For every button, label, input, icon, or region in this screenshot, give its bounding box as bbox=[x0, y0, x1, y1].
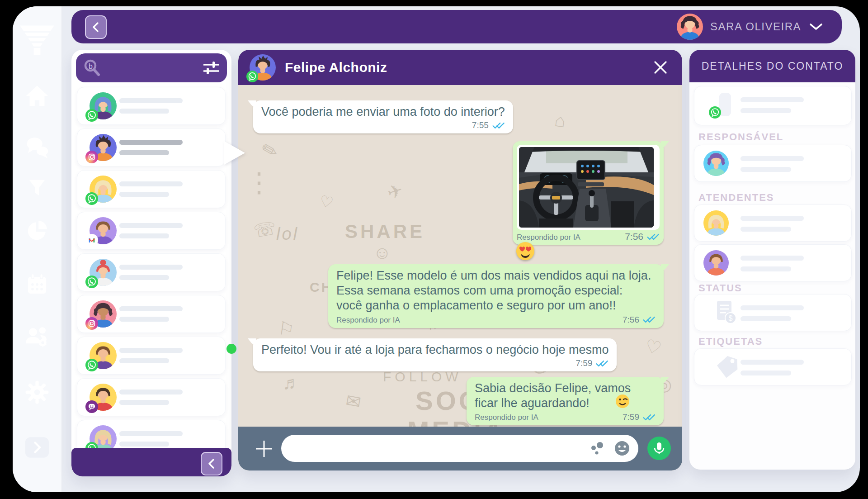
wallpaper-doodle: ☺ bbox=[373, 242, 392, 263]
selected-chat-arrow bbox=[224, 141, 245, 165]
conversation-header: Felipe Alchoniz bbox=[238, 50, 682, 85]
message-text: Você poderia me enviar uma foto do inter… bbox=[261, 105, 505, 119]
chat-time: 24m bbox=[200, 190, 217, 200]
chat-list-item[interactable] bbox=[77, 128, 226, 166]
message-time: 7:56 bbox=[625, 231, 643, 242]
chat-preview-line bbox=[119, 275, 169, 280]
chat-preview-line bbox=[119, 265, 183, 270]
ai-answered-label: Respondido por IA bbox=[336, 316, 400, 325]
section-label-responsavel: RESPONSÁVEL bbox=[698, 131, 783, 143]
chat-preview-line bbox=[119, 150, 169, 155]
wallpaper-doodle: ⌂ bbox=[553, 110, 567, 132]
back-button[interactable] bbox=[85, 15, 107, 39]
top-bar: SARA OLIVEIRA bbox=[71, 10, 842, 43]
channel-badge-icon bbox=[85, 317, 98, 330]
attach-plus-icon[interactable] bbox=[255, 439, 274, 460]
message-incoming: Você poderia me enviar uma foto do inter… bbox=[253, 100, 513, 133]
filter-tune-icon[interactable] bbox=[203, 61, 220, 77]
wallpaper-doodle: ♡ bbox=[318, 191, 335, 212]
chat-preview-line bbox=[119, 233, 169, 238]
chat-time: 16m bbox=[200, 274, 217, 284]
read-receipt-icon bbox=[643, 413, 656, 421]
wallpaper-doodle: ⋮ bbox=[245, 166, 273, 198]
chat-list-item[interactable]: 11m bbox=[77, 295, 226, 333]
quick-actions-dots-icon[interactable] bbox=[590, 441, 605, 458]
brand-logo-icon bbox=[13, 23, 61, 57]
chevron-left-icon bbox=[206, 457, 217, 470]
channel-badge-icon bbox=[85, 192, 98, 205]
message-input[interactable] bbox=[292, 438, 583, 459]
chat-preview-line bbox=[119, 109, 169, 114]
message-time: 7:55 bbox=[472, 120, 489, 130]
chat-list-item[interactable]: 19m bbox=[77, 212, 226, 250]
chat-time: 09m bbox=[200, 357, 217, 367]
section-label-etiquetas: ETIQUETAS bbox=[698, 336, 763, 347]
user-avatar bbox=[677, 14, 703, 40]
calendar-icon[interactable] bbox=[13, 272, 61, 296]
conversations-icon[interactable] bbox=[13, 134, 61, 159]
chat-list-item[interactable]: 16m bbox=[77, 253, 226, 291]
microphone-icon bbox=[653, 442, 665, 455]
filter-funnel-icon[interactable] bbox=[13, 177, 61, 198]
chat-preview-line bbox=[119, 348, 183, 353]
read-receipt-icon bbox=[647, 233, 660, 241]
reports-pie-icon[interactable] bbox=[13, 219, 61, 242]
channel-badge-icon bbox=[85, 359, 98, 371]
expand-rail-icon[interactable] bbox=[13, 436, 61, 459]
chat-list-panel: b bbox=[71, 50, 231, 476]
user-name: SARA OLIVEIRA bbox=[710, 20, 801, 33]
team-settings-icon[interactable] bbox=[13, 324, 61, 348]
responsible-avatar bbox=[703, 151, 729, 176]
attendant-avatar bbox=[703, 250, 729, 276]
wallpaper-doodle: ✈ bbox=[385, 179, 406, 204]
home-icon[interactable] bbox=[13, 84, 61, 108]
chat-list-item[interactable]: 27m bbox=[77, 87, 226, 125]
message-time: 7:59 bbox=[576, 358, 592, 368]
details-title: DETALHES DO CONTATO bbox=[689, 50, 855, 82]
message-outgoing: Felipe! Esse modelo é um dos mais vendid… bbox=[328, 264, 664, 328]
contact-details-panel: DETALHES DO CONTATO RESPONSÁVEL ATENDENT… bbox=[689, 50, 855, 470]
search-bar: b bbox=[76, 53, 227, 82]
voice-record-button[interactable] bbox=[647, 437, 671, 460]
message-composer bbox=[238, 427, 682, 470]
user-menu[interactable]: SARA OLIVEIRA bbox=[677, 10, 824, 43]
message-incoming: Perfeito! Vou ir até a loja para fecharm… bbox=[253, 338, 617, 371]
channel-badge-icon bbox=[85, 400, 98, 413]
close-conversation-button[interactable] bbox=[652, 59, 669, 77]
section-label-atendentes: ATENDENTES bbox=[698, 192, 774, 204]
attendant-card bbox=[694, 244, 852, 281]
wallpaper-doodle: ✎ bbox=[259, 138, 280, 163]
wallpaper-doodle: ☏ bbox=[252, 217, 278, 242]
chat-preview-line bbox=[119, 390, 183, 394]
chat-preview-line bbox=[119, 98, 183, 103]
conversation-panel: Felipe Alchoniz ✎◎➤♪↻⌂☁☏♡✈☺⋮⚐◎#♬✉★@♡◎SHA… bbox=[238, 50, 682, 470]
chat-preview-line bbox=[119, 400, 169, 405]
chat-preview-line bbox=[119, 181, 183, 186]
settings-icon[interactable] bbox=[13, 379, 61, 405]
channel-badge-icon bbox=[85, 109, 98, 122]
chat-list-item[interactable]: 24m bbox=[77, 170, 226, 208]
chat-preview-line bbox=[119, 192, 169, 197]
message-outgoing: Sabia decisão Felipe, vamos ficar lhe ag… bbox=[467, 377, 664, 425]
chat-list-item[interactable]: 09m bbox=[77, 337, 226, 375]
emoji-picker-icon[interactable] bbox=[614, 440, 630, 458]
channel-badge-icon bbox=[85, 276, 98, 288]
channel-badge-icon bbox=[85, 234, 98, 247]
responsible-card bbox=[694, 145, 852, 182]
chat-time: 27m bbox=[200, 107, 217, 117]
chat-time: 19m bbox=[200, 232, 217, 242]
chat-list-item[interactable]: 07m bbox=[77, 378, 226, 416]
wallpaper-word: FOLLOW bbox=[383, 369, 462, 385]
read-receipt-icon bbox=[492, 122, 505, 129]
ai-answered-label: Respondido por IA bbox=[517, 233, 580, 242]
status-card: $ bbox=[694, 294, 852, 331]
search-input[interactable] bbox=[106, 57, 198, 79]
wallpaper-word: SHARE bbox=[345, 221, 425, 242]
chevron-down-icon bbox=[808, 22, 824, 31]
section-label-status: STATUS bbox=[698, 282, 742, 294]
heart-eyes-reaction-icon bbox=[515, 241, 535, 263]
chat-time: 07m bbox=[200, 399, 217, 409]
message-input-pill bbox=[281, 435, 638, 462]
collapse-list-button[interactable] bbox=[201, 452, 222, 475]
contact-name: Felipe Alchoniz bbox=[285, 50, 387, 85]
